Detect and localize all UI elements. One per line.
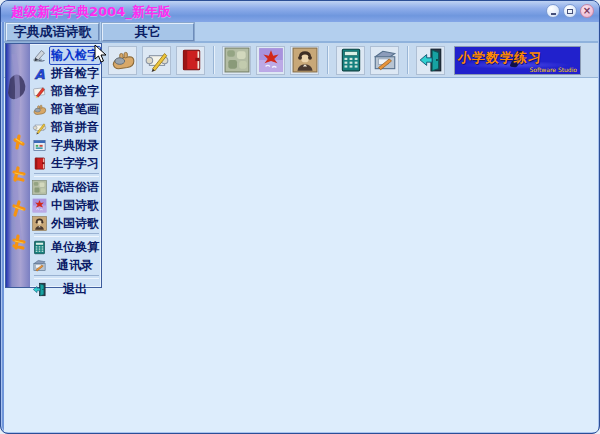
card-pencil-icon: [32, 84, 47, 99]
menu-item-radical-lookup[interactable]: 部首检字: [32, 82, 101, 100]
hand-stone-icon: [32, 102, 47, 117]
toolbar-button-exit[interactable]: [416, 46, 445, 75]
toolbar-button-chinese-poetry[interactable]: [256, 46, 285, 75]
menu-item-dictionary-appendix[interactable]: 字典附录: [32, 136, 101, 154]
hand-stone-icon: [110, 47, 136, 73]
red-book-icon: [32, 156, 47, 171]
menu-item-unit-conversion[interactable]: 单位换算: [32, 238, 101, 256]
close-icon: ×: [583, 6, 591, 16]
maple-leaf-icon: [258, 47, 284, 73]
stone-texture-icon: [32, 180, 47, 195]
banner-subtitle: Software Studio: [530, 66, 577, 73]
red-book-icon: [178, 47, 204, 73]
menu-item-idioms[interactable]: 成语俗语: [32, 178, 101, 196]
toolbar-button-address-book[interactable]: [370, 46, 399, 75]
calculator-icon: [32, 240, 47, 255]
pen-writing-icon: [32, 48, 47, 63]
toolbar-separator: [213, 46, 214, 74]
maple-leaf-icon: [32, 198, 47, 213]
portrait-icon: [292, 47, 318, 73]
menu-item-address-book[interactable]: 通讯录: [32, 256, 101, 274]
portrait-icon: [32, 216, 47, 231]
dictionary-dropdown-menu: 输入检字 拼音检字 部首检字 部首笔画 部首拼音 字典附录 生字学习 成语俗语 …: [5, 43, 102, 288]
toolbar-separator: [407, 46, 408, 74]
maximize-button[interactable]: [563, 4, 577, 18]
menu-item-new-character-study[interactable]: 生字学习: [32, 154, 101, 172]
exit-door-icon: [32, 282, 47, 297]
menu-item-chinese-poetry[interactable]: 中国诗歌: [32, 196, 101, 214]
menu-item-radical-pinyin[interactable]: 部首拼音: [32, 118, 101, 136]
rolodex-icon: [32, 258, 47, 273]
maximize-icon: [567, 9, 573, 14]
menu-separator: [34, 275, 99, 279]
close-button[interactable]: ×: [580, 4, 594, 18]
app-window: 超级新华字典2004_新年版 × 字典成语诗歌 其它 小学数学练习 Softwa…: [0, 0, 600, 434]
toolbar-button-foreign-poetry[interactable]: [290, 46, 319, 75]
menu-item-pinyin-lookup[interactable]: 拼音检字: [32, 64, 101, 82]
toolbar-separator: [327, 46, 328, 74]
minimize-button[interactable]: [546, 4, 560, 18]
menu-item-foreign-poetry[interactable]: 外国诗歌: [32, 214, 101, 232]
exit-door-icon: [418, 47, 444, 73]
menu-tab-dictionary[interactable]: 字典成语诗歌: [6, 23, 99, 41]
calculator-icon: [338, 47, 364, 73]
banner-title: 小学数学练习: [457, 49, 543, 67]
scroll-pencil-icon: [144, 47, 170, 73]
title-bar[interactable]: 超级新华字典2004_新年版 ×: [1, 1, 600, 22]
letter-a-icon: [32, 66, 47, 81]
toolbar-button-new-character-study[interactable]: [176, 46, 205, 75]
menu-item-input-lookup[interactable]: 输入检字: [32, 46, 101, 64]
menu-separator: [34, 233, 99, 237]
menu-item-exit[interactable]: 退出: [32, 280, 101, 298]
notes-window-icon: [32, 138, 47, 153]
minimize-icon: [551, 13, 556, 15]
menu-sidebar-artwork: [6, 44, 30, 287]
toolbar-button-radical-pinyin[interactable]: [142, 46, 171, 75]
menu-bar: 字典成语诗歌 其它: [4, 22, 598, 43]
menu-separator: [34, 173, 99, 177]
toolbar-button-radical-strokes[interactable]: [108, 46, 137, 75]
menu-item-radical-strokes[interactable]: 部首笔画: [32, 100, 101, 118]
scroll-pencil-icon: [32, 120, 47, 135]
menu-item-list: 输入检字 拼音检字 部首检字 部首笔画 部首拼音 字典附录 生字学习 成语俗语 …: [30, 44, 102, 287]
toolbar-button-unit-conversion[interactable]: [336, 46, 365, 75]
promo-banner[interactable]: 小学数学练习 Software Studio: [454, 46, 581, 75]
window-title: 超级新华字典2004_新年版: [11, 3, 171, 21]
window-controls: ×: [546, 4, 594, 18]
stone-texture-icon: [224, 47, 250, 73]
rolodex-icon: [372, 47, 398, 73]
menu-tab-other[interactable]: 其它: [102, 23, 194, 41]
toolbar-button-idioms[interactable]: [222, 46, 251, 75]
